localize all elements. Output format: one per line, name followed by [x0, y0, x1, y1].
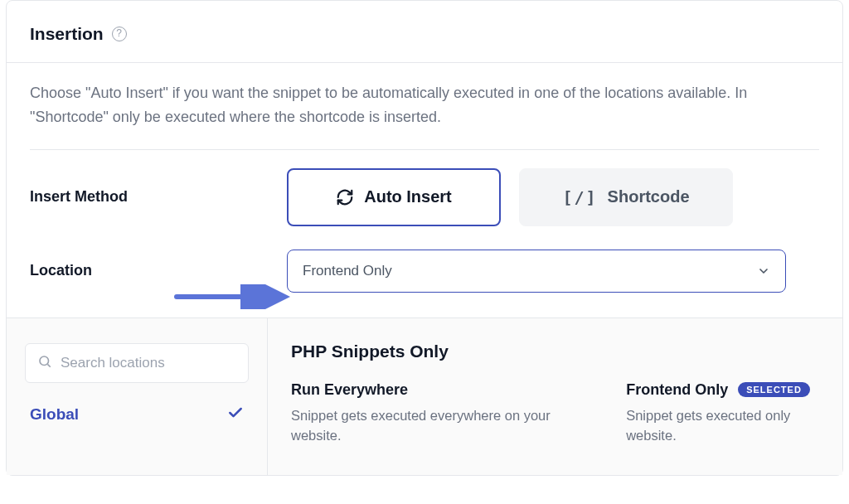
option-frontend-only[interactable]: Frontend Only SELECTED Snippet gets exec…: [626, 381, 819, 447]
shortcode-icon: [/]: [562, 187, 597, 207]
shortcode-button[interactable]: [/] Shortcode: [519, 168, 733, 226]
chevron-down-icon: [757, 264, 770, 278]
auto-insert-label: Auto Insert: [364, 187, 452, 206]
location-label: Location: [30, 262, 287, 279]
panel-section-title: PHP Snippets Only: [291, 342, 819, 361]
option-desc: Snippet gets executed everywhere on your…: [291, 405, 568, 447]
location-selected-value: Frontend Only: [303, 263, 392, 279]
option-desc: Snippet gets executed only website.: [626, 405, 819, 447]
auto-insert-button[interactable]: Auto Insert: [287, 168, 501, 226]
svg-line-2: [47, 364, 50, 366]
search-locations-input-wrapper[interactable]: [25, 343, 249, 383]
svg-point-1: [40, 356, 49, 366]
option-title: Run Everywhere: [291, 381, 408, 399]
help-icon[interactable]: ?: [112, 27, 127, 41]
insert-method-label: Insert Method: [30, 188, 287, 206]
selected-badge: SELECTED: [738, 382, 810, 397]
intro-text: Choose "Auto Insert" if you want the sni…: [7, 63, 842, 149]
search-icon: [37, 354, 52, 372]
section-title: Insertion: [30, 24, 104, 44]
location-select[interactable]: Frontend Only: [287, 250, 786, 293]
shortcode-label: Shortcode: [608, 187, 690, 206]
refresh-icon: [336, 188, 354, 206]
check-icon: [227, 405, 244, 425]
option-run-everywhere[interactable]: Run Everywhere Snippet gets executed eve…: [291, 381, 568, 447]
category-label: Global: [30, 405, 79, 424]
category-global[interactable]: Global: [25, 405, 249, 425]
option-title: Frontend Only: [626, 381, 728, 399]
search-locations-input[interactable]: [61, 355, 236, 371]
